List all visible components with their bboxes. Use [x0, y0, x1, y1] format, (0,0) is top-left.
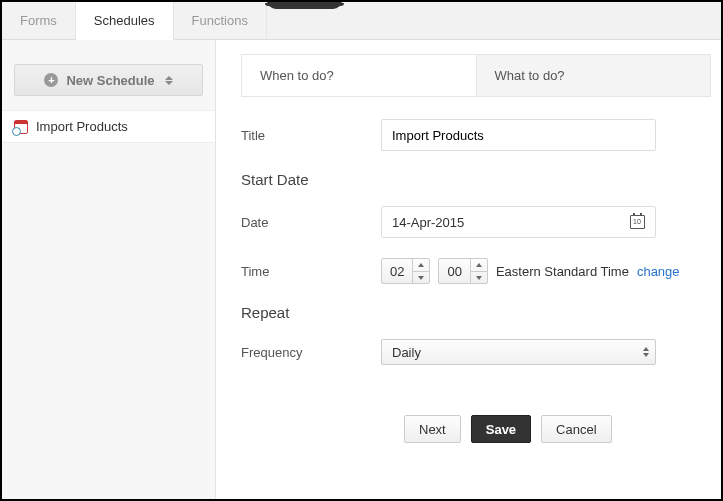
- title-label: Title: [241, 128, 381, 143]
- repeat-heading: Repeat: [241, 304, 711, 321]
- timezone-label: Eastern Standard Time: [496, 264, 629, 279]
- tab-forms[interactable]: Forms: [2, 2, 76, 39]
- minute-down-icon[interactable]: [471, 271, 487, 283]
- new-schedule-label: New Schedule: [66, 73, 154, 88]
- tab-functions[interactable]: Functions: [174, 2, 267, 39]
- date-label: Date: [241, 215, 381, 230]
- plus-circle-icon: +: [44, 73, 58, 87]
- hour-down-icon[interactable]: [413, 271, 429, 283]
- frequency-value: Daily: [392, 345, 421, 360]
- save-button[interactable]: Save: [471, 415, 531, 443]
- next-button[interactable]: Next: [404, 415, 461, 443]
- select-caret-icon: [643, 347, 649, 357]
- new-schedule-button[interactable]: + New Schedule: [14, 64, 203, 96]
- time-label: Time: [241, 264, 381, 279]
- date-input[interactable]: 14-Apr-2015: [381, 206, 656, 238]
- time-hour-stepper[interactable]: 02: [381, 258, 430, 284]
- change-timezone-link[interactable]: change: [637, 264, 680, 279]
- tab-schedules[interactable]: Schedules: [76, 2, 174, 40]
- frequency-label: Frequency: [241, 345, 381, 360]
- cancel-button[interactable]: Cancel: [541, 415, 611, 443]
- hour-up-icon[interactable]: [413, 259, 429, 271]
- browser-notch-icon: [267, 0, 342, 9]
- tab-when-to-do[interactable]: When to do?: [242, 55, 477, 96]
- start-date-heading: Start Date: [241, 171, 711, 188]
- dropdown-caret-icon: [165, 76, 173, 85]
- time-minute-value: 00: [439, 264, 469, 279]
- sidebar: + New Schedule Import Products: [2, 40, 216, 499]
- time-minute-stepper[interactable]: 00: [438, 258, 487, 284]
- title-input[interactable]: [381, 119, 656, 151]
- schedule-item-label: Import Products: [36, 119, 128, 134]
- tab-what-to-do[interactable]: What to do?: [477, 55, 711, 96]
- date-value: 14-Apr-2015: [392, 215, 464, 230]
- calendar-icon: [630, 215, 645, 229]
- schedule-list-item[interactable]: Import Products: [2, 110, 215, 143]
- time-hour-value: 02: [382, 264, 412, 279]
- frequency-select[interactable]: Daily: [381, 339, 656, 365]
- schedule-calendar-icon: [14, 120, 28, 134]
- minute-up-icon[interactable]: [471, 259, 487, 271]
